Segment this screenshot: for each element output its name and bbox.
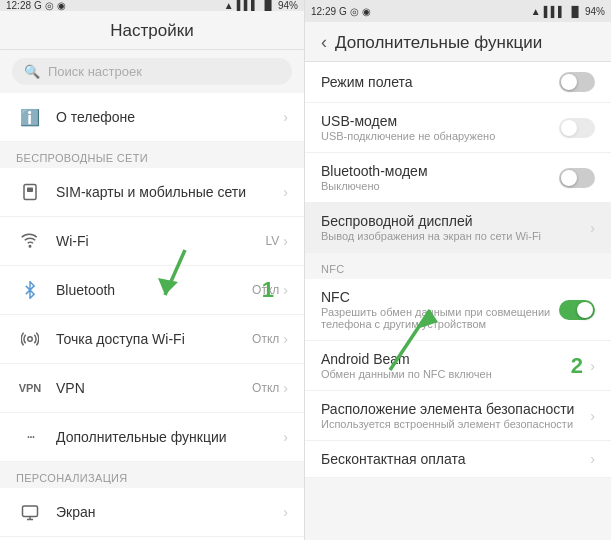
android-beam-subtitle: Обмен данными по NFC включен <box>321 368 590 380</box>
usb-modem-toggle[interactable] <box>559 118 595 138</box>
section-personalization: ПЕРСОНАЛИЗАЦИЯ <box>0 462 304 488</box>
hotspot-title: Точка доступа Wi-Fi <box>56 331 252 347</box>
time-left: 12:28 <box>6 0 31 11</box>
chevron-nfc-payment: › <box>590 451 595 467</box>
notification-icons-right: ◎ ◉ <box>350 6 371 17</box>
nfc-subtitle: Разрешить обмен данными при совмещении т… <box>321 306 559 330</box>
usb-modem-knob <box>561 120 577 136</box>
time-right: 12:29 <box>311 6 336 17</box>
status-right-right: ▲ ▌▌▌ ▐▌ 94% <box>531 6 605 17</box>
nfc-title: NFC <box>321 289 559 305</box>
menu-item-vpn[interactable]: VPN VPN Откл › <box>0 364 304 413</box>
wifi-badge: LV <box>266 234 280 248</box>
menu-item-screen[interactable]: Экран › <box>0 488 304 537</box>
airplane-toggle[interactable] <box>559 72 595 92</box>
screen-title: Экран <box>56 504 283 520</box>
airplane-title: Режим полета <box>321 74 559 90</box>
usb-modem-title: USB-модем <box>321 113 559 129</box>
bt-modem-knob <box>561 170 577 186</box>
menu-item-nfc[interactable]: NFC Разрешить обмен данными при совмещен… <box>305 279 611 341</box>
search-placeholder: Поиск настроек <box>48 64 142 79</box>
status-right-left: ▲ ▌▌▌ ▐▌ 94% <box>224 0 298 11</box>
status-bar-right: 12:29 G ◎ ◉ ▲ ▌▌▌ ▐▌ 94% <box>305 0 611 22</box>
svg-point-3 <box>28 337 33 342</box>
extra-title: Дополнительные функции <box>56 429 283 445</box>
vpn-right: Откл › <box>252 380 288 396</box>
menu-item-hotspot[interactable]: Точка доступа Wi-Fi Откл › <box>0 315 304 364</box>
battery-right: ▐▌ 94% <box>568 6 605 17</box>
svg-rect-1 <box>27 188 33 193</box>
chevron-sim: › <box>283 184 288 200</box>
chevron-wifi: › <box>283 233 288 249</box>
signal-icon: G <box>34 0 42 11</box>
nfc-toggle[interactable] <box>559 300 595 320</box>
search-bar[interactable]: 🔍 Поиск настроек <box>12 58 292 85</box>
badge-2: 2 <box>571 353 583 379</box>
extra-icon: ··· <box>16 423 44 451</box>
usb-modem-subtitle: USB-подключение не обнаружено <box>321 130 559 142</box>
menu-item-airplane[interactable]: Режим полета <box>305 62 611 103</box>
menu-item-wireless-display[interactable]: Беспроводной дисплей Вывод изображения н… <box>305 203 611 253</box>
status-left: 12:28 G ◎ ◉ <box>6 0 66 11</box>
header-left: Настройки <box>0 11 304 50</box>
right-panel: 12:29 G ◎ ◉ ▲ ▌▌▌ ▐▌ 94% ‹ Дополнительны… <box>305 0 611 540</box>
chevron-bluetooth: › <box>283 282 288 298</box>
section-wireless: БЕСПРОВОДНЫЕ СЕТИ <box>0 142 304 168</box>
menu-item-bt-modem[interactable]: Bluetooth-модем Выключено <box>305 153 611 203</box>
left-menu: ℹ️ О телефоне › БЕСПРОВОДНЫЕ СЕТИ SIM-ка… <box>0 93 304 540</box>
status-right-left: 12:29 G ◎ ◉ <box>311 6 371 17</box>
sim-icon <box>16 178 44 206</box>
menu-item-security[interactable]: Расположение элемента безопасности Испол… <box>305 391 611 441</box>
chevron-android-beam: › <box>590 358 595 374</box>
search-icon: 🔍 <box>24 64 40 79</box>
battery-left: ▐▌ 94% <box>261 0 298 11</box>
vpn-title: VPN <box>56 380 252 396</box>
menu-item-usb-modem[interactable]: USB-модем USB-подключение не обнаружено <box>305 103 611 153</box>
hotspot-status: Откл <box>252 332 279 346</box>
chevron-screen: › <box>283 504 288 520</box>
back-button[interactable]: ‹ <box>321 32 327 53</box>
right-title: Дополнительные функции <box>335 33 542 53</box>
security-title: Расположение элемента безопасности <box>321 401 590 417</box>
vpn-status: Откл <box>252 381 279 395</box>
chevron-hotspot: › <box>283 331 288 347</box>
screen-icon <box>16 498 44 526</box>
left-title: Настройки <box>16 21 288 41</box>
chevron-extra: › <box>283 429 288 445</box>
chevron-security: › <box>590 408 595 424</box>
menu-item-about[interactable]: ℹ️ О телефоне › <box>0 93 304 142</box>
security-subtitle: Используется встроенный элемент безопасн… <box>321 418 590 430</box>
sim-title: SIM-карты и мобильные сети <box>56 184 283 200</box>
android-beam-title: Android Beam <box>321 351 590 367</box>
svg-point-2 <box>29 246 31 248</box>
menu-item-sim[interactable]: SIM-карты и мобильные сети › <box>0 168 304 217</box>
menu-item-wifi[interactable]: Wi-Fi LV › <box>0 217 304 266</box>
menu-item-android-beam[interactable]: Android Beam Обмен данными по NFC включе… <box>305 341 611 391</box>
wireless-display-subtitle: Вывод изображения на экран по сети Wi-Fi <box>321 230 590 242</box>
menu-item-extra[interactable]: ··· Дополнительные функции › <box>0 413 304 462</box>
vpn-icon: VPN <box>16 374 44 402</box>
left-panel: 12:28 G ◎ ◉ ▲ ▌▌▌ ▐▌ 94% Настройки 🔍 Пои… <box>0 0 305 540</box>
signal-bars-left: ▌▌▌ <box>237 0 258 11</box>
svg-rect-4 <box>23 506 38 517</box>
badge-1: 1 <box>262 277 274 303</box>
wireless-display-title: Беспроводной дисплей <box>321 213 590 229</box>
chevron-wireless-display: › <box>590 220 595 236</box>
wifi-icon-right: ▲ <box>531 6 541 17</box>
notification-icons: ◎ ◉ <box>45 0 66 11</box>
wifi-icon <box>16 227 44 255</box>
about-title: О телефоне <box>56 109 283 125</box>
wifi-title: Wi-Fi <box>56 233 266 249</box>
bt-modem-toggle[interactable] <box>559 168 595 188</box>
hotspot-icon <box>16 325 44 353</box>
bluetooth-icon <box>16 276 44 304</box>
status-bar-left: 12:28 G ◎ ◉ ▲ ▌▌▌ ▐▌ 94% <box>0 0 304 11</box>
chevron-vpn: › <box>283 380 288 396</box>
menu-item-nfc-payment[interactable]: Бесконтактная оплата › <box>305 441 611 478</box>
header-with-back: ‹ Дополнительные функции <box>321 32 595 53</box>
section-nfc: NFC <box>305 253 611 279</box>
nfc-knob <box>577 302 593 318</box>
wifi-right: LV › <box>266 233 288 249</box>
menu-item-bluetooth[interactable]: Bluetooth Откл › 1 <box>0 266 304 315</box>
right-menu: Режим полета USB-модем USB-подключение н… <box>305 62 611 540</box>
